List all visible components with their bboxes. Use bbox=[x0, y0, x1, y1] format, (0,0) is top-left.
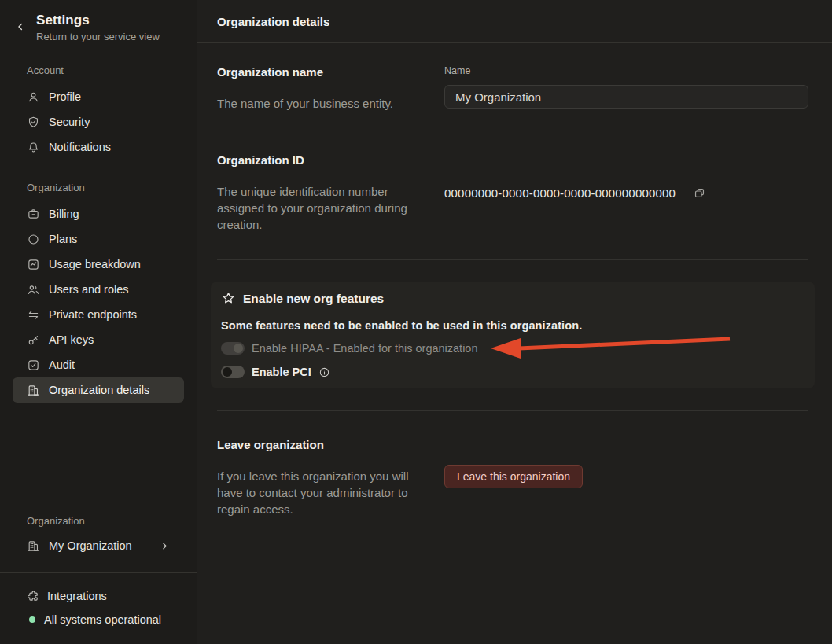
sidebar-item-label: Profile bbox=[49, 90, 81, 103]
sidebar-item-label: API keys bbox=[49, 333, 94, 346]
integrations-label: Integrations bbox=[47, 590, 107, 602]
leave-org-heading: Leave organization bbox=[217, 438, 444, 451]
pci-info-button[interactable] bbox=[318, 366, 330, 378]
settings-sidebar: Settings Return to your service view Acc… bbox=[0, 0, 197, 644]
org-switcher-name: My Organization bbox=[49, 539, 132, 552]
sidebar-item-users-and-roles[interactable]: Users and roles bbox=[13, 277, 184, 302]
sidebar-item-label: Organization details bbox=[49, 384, 149, 396]
star-icon bbox=[221, 291, 236, 306]
status-dot-icon bbox=[29, 616, 35, 623]
info-icon bbox=[318, 366, 330, 378]
audit-icon bbox=[27, 359, 40, 372]
sidebar-footer: Integrations All systems operational bbox=[0, 573, 197, 644]
hipaa-toggle[interactable] bbox=[221, 342, 245, 355]
sidebar-item-audit[interactable]: Audit bbox=[13, 352, 184, 377]
users-icon bbox=[27, 283, 40, 296]
leave-organization-button[interactable]: Leave this organization bbox=[444, 465, 583, 488]
pci-toggle-row: Enable PCI bbox=[221, 366, 804, 378]
features-card-description: Some features need to be enabled to be u… bbox=[221, 319, 804, 332]
sidebar-title: Settings bbox=[36, 13, 160, 28]
sidebar-item-billing[interactable]: Billing bbox=[13, 201, 184, 226]
sidebar-item-api-keys[interactable]: API keys bbox=[13, 327, 184, 352]
divider bbox=[217, 259, 808, 260]
user-icon bbox=[27, 90, 40, 104]
org-switcher-label: Organization bbox=[27, 515, 197, 527]
org-id-heading: Organization ID bbox=[217, 153, 444, 167]
copy-icon bbox=[693, 186, 706, 200]
key-icon bbox=[27, 333, 40, 347]
account-nav: Profile Security Notifications bbox=[0, 84, 197, 160]
chevron-left-icon bbox=[15, 21, 26, 35]
hipaa-toggle-label: Enable HIPAA - Enabled for this organiza… bbox=[252, 342, 478, 355]
sidebar-item-label: Private endpoints bbox=[49, 308, 137, 321]
organization-nav: Billing Plans Usage breakdown Users and … bbox=[0, 201, 197, 403]
sidebar-item-security[interactable]: Security bbox=[13, 109, 184, 134]
sidebar-item-usage-breakdown[interactable]: Usage breakdown bbox=[13, 252, 184, 277]
org-id-section: Organization ID The unique identificatio… bbox=[217, 153, 808, 233]
sidebar-subtitle: Return to your service view bbox=[36, 31, 160, 42]
puzzle-icon bbox=[27, 590, 40, 603]
hipaa-toggle-row: Enable HIPAA - Enabled for this organiza… bbox=[221, 342, 804, 355]
toggle-knob bbox=[234, 344, 243, 353]
section-label-organization: Organization bbox=[27, 182, 197, 193]
sidebar-header: Settings Return to your service view bbox=[11, 13, 186, 42]
status-text: All systems operational bbox=[44, 613, 161, 626]
leave-org-section: Leave organization If you leave this org… bbox=[217, 411, 808, 517]
sidebar-item-plans[interactable]: Plans bbox=[13, 226, 184, 252]
org-id-description: The unique identification number assigne… bbox=[217, 183, 415, 233]
sidebar-item-label: Billing bbox=[49, 208, 79, 220]
building-icon bbox=[27, 384, 40, 397]
chevron-right-icon bbox=[160, 541, 170, 551]
sidebar-item-label: Usage breakdown bbox=[49, 258, 141, 270]
integrations-link[interactable]: Integrations bbox=[0, 584, 197, 608]
sidebar-item-label: Notifications bbox=[49, 141, 111, 153]
name-field-label: Name bbox=[444, 65, 808, 76]
billing-icon bbox=[27, 208, 40, 221]
building-icon bbox=[27, 539, 40, 553]
bell-icon bbox=[27, 141, 40, 154]
org-id-value: 00000000-0000-0000-0000-000000000000 bbox=[444, 186, 676, 200]
sidebar-item-profile[interactable]: Profile bbox=[13, 84, 184, 109]
pci-toggle-label: Enable PCI bbox=[252, 366, 311, 378]
leave-org-description: If you leave this organization you will … bbox=[217, 468, 415, 517]
sidebar-item-organization-details[interactable]: Organization details bbox=[13, 377, 184, 403]
chart-icon bbox=[27, 258, 40, 271]
page-title: Organization details bbox=[197, 0, 832, 43]
features-card-title: Enable new org features bbox=[243, 292, 384, 306]
features-card: Enable new org features Some features ne… bbox=[211, 282, 815, 388]
sidebar-item-private-endpoints[interactable]: Private endpoints bbox=[13, 302, 184, 327]
toggle-knob bbox=[223, 367, 232, 377]
org-name-section: Organization name The name of your busin… bbox=[217, 43, 808, 112]
system-status-link[interactable]: All systems operational bbox=[0, 608, 197, 631]
sidebar-item-label: Plans bbox=[49, 233, 77, 245]
org-name-description: The name of your business entity. bbox=[217, 95, 415, 112]
sidebar-item-notifications[interactable]: Notifications bbox=[13, 134, 184, 160]
org-name-input[interactable] bbox=[444, 85, 808, 109]
settings-app: Settings Return to your service view Acc… bbox=[0, 0, 832, 644]
main-panel: Organization details Organization name T… bbox=[197, 0, 832, 644]
pci-toggle[interactable] bbox=[221, 366, 245, 378]
org-switcher[interactable]: My Organization bbox=[13, 533, 184, 558]
shield-check-icon bbox=[27, 116, 40, 129]
back-button[interactable] bbox=[11, 18, 30, 37]
sidebar-item-label: Audit bbox=[49, 359, 75, 371]
circle-icon bbox=[27, 233, 40, 246]
arrows-swap-icon bbox=[27, 308, 40, 322]
section-label-account: Account bbox=[27, 64, 197, 76]
sidebar-item-label: Security bbox=[49, 116, 90, 128]
org-name-heading: Organization name bbox=[217, 65, 444, 79]
copy-org-id-button[interactable] bbox=[693, 186, 706, 200]
sidebar-item-label: Users and roles bbox=[49, 283, 129, 296]
